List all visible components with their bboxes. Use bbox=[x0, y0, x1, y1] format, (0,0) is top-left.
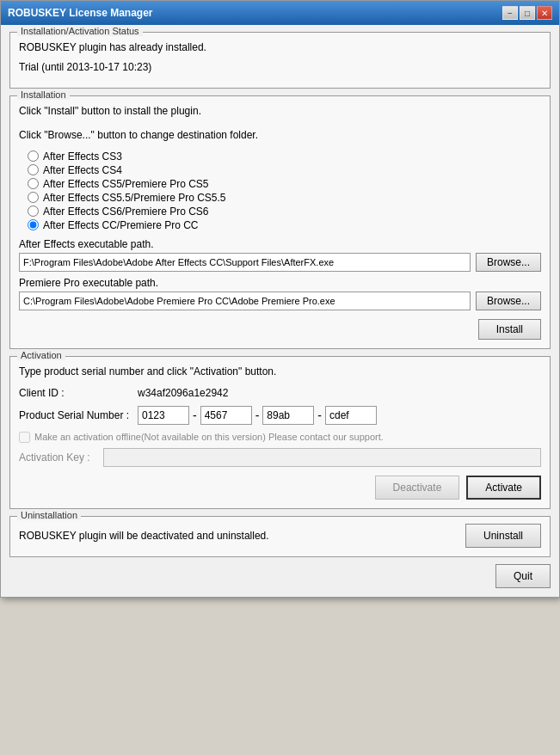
activation-key-row: Activation Key : bbox=[19, 448, 541, 467]
radio-cs55[interactable]: After Effects CS5.5/Premiere Pro CS5.5 bbox=[28, 192, 541, 204]
serial-input-3[interactable] bbox=[262, 406, 314, 425]
activation-group-title: Activation bbox=[17, 350, 65, 360]
pp-path-label: Premiere Pro executable path. bbox=[19, 277, 541, 289]
window-title: ROBUSKEY License Manager bbox=[8, 7, 153, 19]
uninstall-text: ROBUSKEY plugin will be deactivated and … bbox=[19, 530, 269, 542]
status-line1: ROBUSKEY plugin has already installed. bbox=[19, 40, 541, 56]
serial-dash-3: - bbox=[317, 408, 322, 422]
activation-group: Activation Type product serial number an… bbox=[9, 356, 551, 509]
quit-button[interactable]: Quit bbox=[495, 564, 551, 588]
maximize-button[interactable]: □ bbox=[520, 6, 535, 20]
quit-row: Quit bbox=[9, 564, 551, 588]
radio-cs6-input[interactable] bbox=[28, 206, 39, 217]
activation-key-input[interactable] bbox=[103, 448, 541, 467]
window-body: Installation/Activation Status ROBUSKEY … bbox=[1, 25, 559, 597]
radio-cs55-label: After Effects CS5.5/Premiere Pro CS5.5 bbox=[43, 192, 226, 204]
title-bar-buttons: − □ ✕ bbox=[502, 6, 552, 20]
serial-inputs: - - - bbox=[138, 406, 377, 425]
offline-row: Make an activation offline(Not available… bbox=[19, 432, 541, 443]
client-id-value: w34af2096a1e2942 bbox=[138, 387, 228, 399]
radio-cs4-label: After Effects CS4 bbox=[43, 164, 122, 176]
status-group-title: Installation/Activation Status bbox=[17, 26, 143, 36]
install-button[interactable]: Install bbox=[478, 319, 541, 340]
ae-path-input[interactable] bbox=[19, 253, 471, 272]
install-hint2: Click "Browse..." button to change desti… bbox=[19, 127, 541, 144]
serial-input-4[interactable] bbox=[325, 406, 377, 425]
deactivate-button[interactable]: Deactivate bbox=[375, 476, 460, 500]
radio-cc[interactable]: After Effects CC/Premiere Pro CC bbox=[28, 219, 541, 231]
radio-cc-label: After Effects CC/Premiere Pro CC bbox=[43, 219, 199, 231]
radio-cs5-label: After Effects CS5/Premiere Pro CS5 bbox=[43, 178, 209, 190]
title-bar: ROBUSKEY License Manager − □ ✕ bbox=[1, 1, 559, 25]
main-window: ROBUSKEY License Manager − □ ✕ Installat… bbox=[0, 0, 560, 598]
radio-cs6[interactable]: After Effects CS6/Premiere Pro CS6 bbox=[28, 206, 541, 218]
radio-cs3[interactable]: After Effects CS3 bbox=[28, 150, 541, 163]
uninstall-group: Uninstallation ROBUSKEY plugin will be d… bbox=[9, 516, 551, 557]
pp-browse-button[interactable]: Browse... bbox=[476, 292, 541, 310]
uninstall-row: ROBUSKEY plugin will be deactivated and … bbox=[19, 524, 541, 548]
serial-row: Product Serial Number : - - - bbox=[19, 406, 541, 425]
installation-group: Installation Click "Install" button to i… bbox=[9, 95, 551, 348]
client-id-row: Client ID : w34af2096a1e2942 bbox=[19, 387, 541, 399]
minimize-button[interactable]: − bbox=[502, 6, 518, 20]
radio-cs6-label: After Effects CS6/Premiere Pro CS6 bbox=[43, 206, 209, 218]
ae-path-label: After Effects executable path. bbox=[19, 238, 541, 250]
install-button-container: Install bbox=[19, 316, 541, 340]
activate-button[interactable]: Activate bbox=[466, 476, 541, 500]
serial-dash-1: - bbox=[193, 408, 197, 422]
radio-cs5[interactable]: After Effects CS5/Premiere Pro CS5 bbox=[28, 178, 541, 190]
status-line2: Trial (until 2013-10-17 10:23) bbox=[19, 59, 541, 76]
radio-cc-input[interactable] bbox=[28, 219, 39, 230]
offline-label: Make an activation offline(Not available… bbox=[34, 432, 384, 442]
offline-checkbox[interactable] bbox=[19, 432, 30, 443]
radio-cs4[interactable]: After Effects CS4 bbox=[28, 164, 541, 176]
radio-cs3-label: After Effects CS3 bbox=[43, 150, 122, 163]
ae-browse-button[interactable]: Browse... bbox=[476, 253, 541, 272]
status-group: Installation/Activation Status ROBUSKEY … bbox=[9, 32, 551, 89]
radio-group: After Effects CS3 After Effects CS4 Afte… bbox=[28, 150, 541, 231]
pp-path-input[interactable] bbox=[19, 292, 471, 310]
radio-cs4-input[interactable] bbox=[28, 164, 39, 175]
serial-input-2[interactable] bbox=[200, 406, 252, 425]
close-button[interactable]: ✕ bbox=[537, 6, 552, 20]
radio-cs5-input[interactable] bbox=[28, 178, 39, 189]
install-hint1: Click "Install" button to install the pl… bbox=[19, 103, 541, 120]
radio-cs55-input[interactable] bbox=[28, 192, 39, 203]
uninstall-group-title: Uninstallation bbox=[17, 510, 81, 520]
serial-input-1[interactable] bbox=[138, 406, 189, 425]
serial-label: Product Serial Number : bbox=[19, 409, 131, 421]
activation-button-row: Deactivate Activate bbox=[19, 476, 541, 500]
activation-description: Type product serial number and click "Ac… bbox=[19, 364, 541, 380]
serial-dash-2: - bbox=[255, 408, 260, 422]
installation-group-title: Installation bbox=[17, 89, 70, 100]
pp-path-row: Browse... bbox=[19, 292, 541, 310]
uninstall-button[interactable]: Uninstall bbox=[465, 524, 541, 548]
ae-path-row: Browse... bbox=[19, 253, 541, 272]
client-id-label: Client ID : bbox=[19, 387, 131, 399]
radio-cs3-input[interactable] bbox=[28, 150, 39, 162]
activation-key-label: Activation Key : bbox=[19, 451, 96, 463]
